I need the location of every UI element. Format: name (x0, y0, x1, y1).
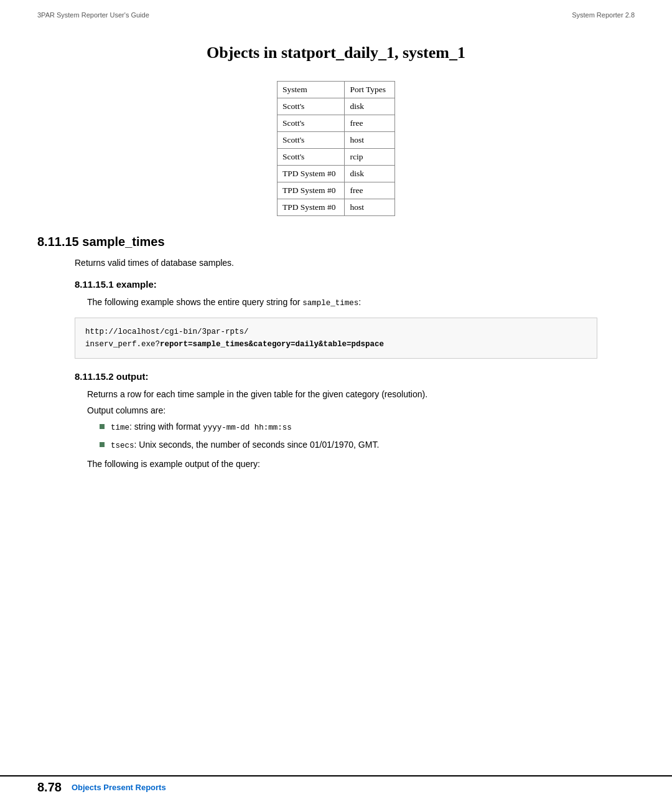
page-content: Objects in statport_daily_1, system_1 Sy… (0, 25, 672, 525)
bullet-square-tsecs (100, 442, 105, 447)
cell-port-type: disk (345, 98, 395, 115)
page-title: Objects in statport_daily_1, system_1 (37, 44, 635, 62)
output-desc-1: Returns a row for each time sample in th… (87, 389, 635, 399)
code-line2-normal: inserv_perf.exe? (85, 340, 160, 349)
table-row: Scott'srcip (277, 149, 394, 166)
bullet-list: time: string with format yyyy-mm-dd hh:m… (100, 422, 635, 450)
bullet-square-time (100, 424, 105, 429)
cell-port-type: disk (345, 166, 395, 182)
code-line1: http://localhost/cgi-bin/3par-rpts/ (85, 328, 249, 336)
cell-port-type: free (345, 182, 395, 199)
cell-port-type: free (345, 115, 395, 132)
following-text: The following is example output of the q… (87, 459, 635, 469)
footer-section-label: Objects Present Reports (72, 779, 166, 792)
inline-code-time: time (111, 423, 129, 432)
code-block-example: http://localhost/cgi-bin/3par-rpts/ inse… (75, 318, 597, 359)
table-row: Scott'sfree (277, 115, 394, 132)
subsection-1-intro: The following example shows the entire q… (87, 297, 635, 308)
col-system: System (277, 82, 345, 98)
cell-system: TPD System #0 (277, 166, 345, 182)
cell-system: Scott's (277, 115, 345, 132)
cell-port-type: rcip (345, 149, 395, 166)
bullet-text-time: time: string with format yyyy-mm-dd hh:m… (111, 422, 635, 432)
footer-page-number: 8.78 (37, 776, 62, 795)
inline-code-tsecs: tsecs (111, 441, 134, 450)
inline-code-sample-times: sample_times (302, 299, 358, 308)
table-row: Scott'shost (277, 132, 394, 149)
bullet-item-tsecs: tsecs: Unix seconds, the number of secon… (100, 440, 635, 450)
table-row: TPD System #0host (277, 199, 394, 216)
page-header: 3PAR System Reporter User's Guide System… (0, 0, 672, 25)
page-footer: 8.78 Objects Present Reports (0, 775, 672, 795)
subsection-1-heading: 8.11.15.1 example: (75, 279, 635, 290)
subsection-2-heading: 8.11.15.2 output: (75, 371, 635, 382)
code-line2-bold: report=sample_times&category=daily&table… (160, 340, 384, 349)
table-header-row: System Port Types (277, 82, 394, 98)
cell-system: Scott's (277, 132, 345, 149)
data-table: System Port Types Scott'sdiskScott'sfree… (277, 81, 395, 216)
table-row: TPD System #0free (277, 182, 394, 199)
section-description: Returns valid times of database samples. (75, 258, 635, 268)
cell-system: TPD System #0 (277, 199, 345, 216)
cell-system: TPD System #0 (277, 182, 345, 199)
cell-system: Scott's (277, 98, 345, 115)
cell-system: Scott's (277, 149, 345, 166)
inline-code-format: yyyy-mm-dd hh:mm:ss (203, 423, 292, 432)
bullet-item-time: time: string with format yyyy-mm-dd hh:m… (100, 422, 635, 432)
table-row: Scott'sdisk (277, 98, 394, 115)
table-body: Scott'sdiskScott'sfreeScott'shostScott's… (277, 98, 394, 216)
cell-port-type: host (345, 199, 395, 216)
header-right: System Reporter 2.8 (572, 11, 635, 19)
output-desc-2: Output columns are: (87, 405, 635, 415)
table-row: TPD System #0disk (277, 166, 394, 182)
section-heading: 8.11.15 sample_times (37, 235, 635, 249)
bullet-text-tsecs: tsecs: Unix seconds, the number of secon… (111, 440, 635, 450)
col-port-types: Port Types (345, 82, 395, 98)
cell-port-type: host (345, 132, 395, 149)
header-left: 3PAR System Reporter User's Guide (37, 11, 149, 19)
